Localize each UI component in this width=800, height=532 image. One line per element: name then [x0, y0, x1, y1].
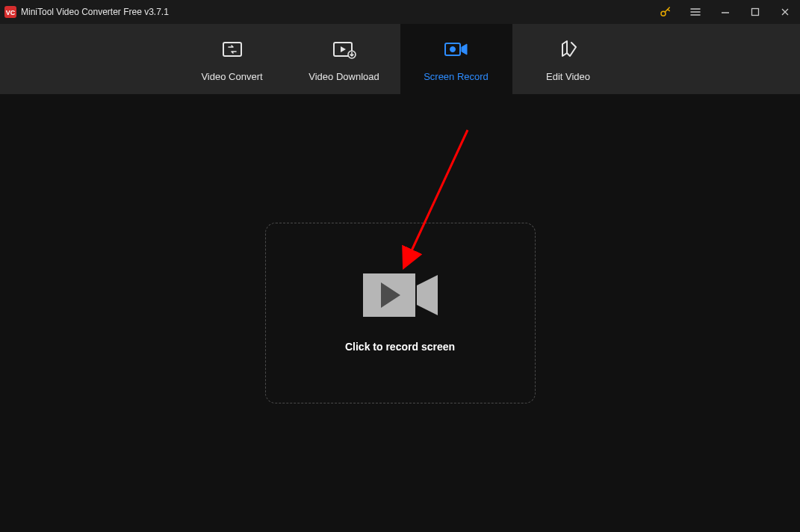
app-window: VC MiniTool Video Converter Free v3.7.1 [0, 0, 800, 532]
record-icon [444, 37, 469, 62]
maximize-button[interactable] [740, 0, 770, 24]
tab-label: Screen Record [424, 71, 489, 82]
svg-text:VC: VC [6, 9, 16, 16]
tab-video-download[interactable]: Video Download [288, 24, 400, 94]
minimize-button[interactable] [710, 0, 740, 24]
minimize-icon [720, 7, 731, 17]
maximize-icon [750, 7, 760, 17]
app-logo-icon: VC [4, 6, 16, 18]
key-icon [659, 5, 672, 19]
menu-button[interactable] [680, 0, 710, 24]
tab-label: Video Download [308, 71, 379, 82]
svg-marker-12 [341, 46, 346, 52]
tab-label: Edit Video [546, 71, 590, 82]
record-screen-button[interactable]: Click to record screen [265, 223, 536, 403]
svg-rect-10 [223, 43, 241, 56]
record-prompt-label: Click to record screen [345, 341, 455, 353]
hamburger-icon [689, 6, 701, 18]
svg-point-15 [450, 46, 455, 52]
main-tabs: Video Convert Video Download [0, 24, 800, 94]
tab-label: Video Convert [201, 71, 262, 82]
titlebar: VC MiniTool Video Converter Free v3.7.1 [0, 0, 800, 24]
svg-marker-17 [417, 275, 438, 315]
tab-video-convert[interactable]: Video Convert [176, 24, 288, 94]
upgrade-key-button[interactable] [651, 0, 680, 24]
camcorder-icon [363, 273, 438, 320]
download-icon [332, 37, 356, 62]
convert-icon [221, 37, 244, 62]
tab-edit-video[interactable]: Edit Video [512, 24, 624, 94]
edit-icon [558, 37, 579, 62]
tab-screen-record[interactable]: Screen Record [400, 24, 512, 94]
svg-rect-7 [752, 9, 759, 16]
close-button[interactable] [770, 0, 800, 24]
main-panel: Click to record screen [0, 94, 800, 532]
close-icon [780, 7, 790, 17]
app-title: MiniTool Video Converter Free v3.7.1 [21, 7, 169, 17]
